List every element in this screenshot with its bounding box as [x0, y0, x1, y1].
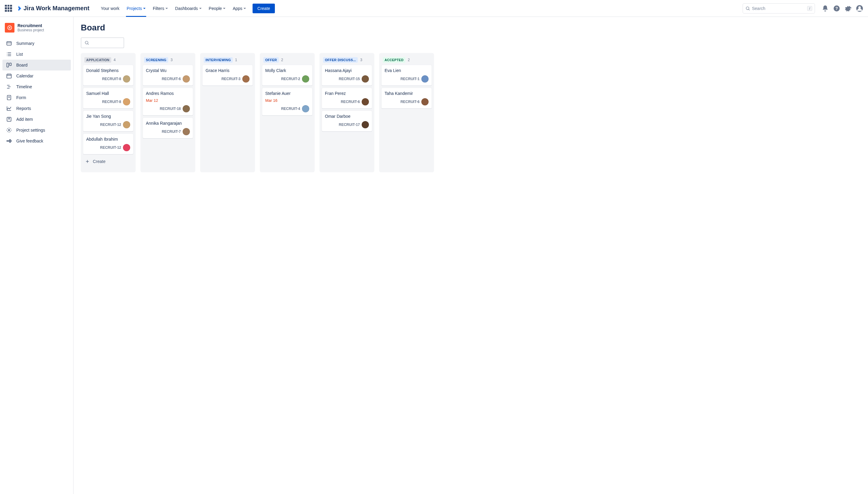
brand[interactable]: Jira Work Management [16, 5, 90, 12]
column-header[interactable]: OFFER DISCUSS...3 [322, 55, 372, 63]
avatar [242, 75, 250, 82]
avatar [183, 128, 190, 135]
card[interactable]: Stefanie AuerMar 16RECRUIT-4 [262, 88, 312, 115]
create-button[interactable]: Create [253, 4, 275, 13]
card-title: Donald Stephens [86, 68, 130, 73]
card-title: Eva Lien [385, 68, 429, 73]
card-title: Andres Ramos [146, 91, 190, 96]
column-header[interactable]: ACCEPTED2 [382, 55, 431, 63]
profile-icon[interactable] [856, 5, 863, 12]
search-icon [745, 6, 750, 11]
sidebar-item-label: Project settings [16, 128, 45, 133]
avatar [123, 75, 130, 82]
sidebar-item-project-settings[interactable]: Project settings [2, 125, 71, 136]
search-input[interactable] [752, 6, 805, 11]
svg-line-1 [749, 9, 750, 10]
card-key: RECRUIT-18 [160, 107, 181, 111]
search-input-wrap[interactable]: / [743, 3, 815, 14]
card-key: RECRUIT-8 [102, 100, 121, 104]
card-title: Hassana Ajayi [325, 68, 369, 73]
column-count: 2 [408, 58, 410, 62]
help-icon[interactable]: ? [833, 5, 840, 12]
card-title: Jie Yan Song [86, 114, 130, 119]
card-key: RECRUIT-3 [222, 77, 241, 81]
nav-your-work[interactable]: Your work [98, 0, 123, 17]
sidebar-item-label: Reports [16, 106, 31, 111]
card-title: Stefanie Auer [265, 91, 309, 96]
column-header[interactable]: INTERVIEWING1 [203, 55, 253, 63]
card[interactable]: Andres RamosMar 12RECRUIT-18 [143, 88, 193, 115]
sidebar-item-summary[interactable]: Summary [2, 38, 71, 49]
jira-logo-icon [16, 5, 22, 12]
gear-icon[interactable] [845, 5, 852, 12]
sidebar-item-label: Summary [16, 41, 34, 46]
avatar [123, 121, 130, 128]
card[interactable]: Donald StephensRECRUIT-8 [83, 65, 133, 86]
card[interactable]: Molly ClarkRECRUIT-2 [262, 65, 312, 86]
column-header[interactable]: APPLICATION4 [83, 55, 133, 63]
card-key: RECRUIT-1 [401, 77, 420, 81]
sidebar-item-add-item[interactable]: Add item [2, 114, 71, 125]
card-title: Omar Darboe [325, 114, 369, 119]
create-card-button[interactable]: Create [83, 157, 133, 166]
board-search[interactable] [81, 37, 124, 48]
column-name: OFFER DISCUSS... [323, 57, 358, 63]
top-nav: Jira Work Management Your work Projects … [0, 0, 868, 17]
card[interactable]: Samuel HallRECRUIT-8 [83, 88, 133, 109]
sidebar-item-calendar[interactable]: Calendar [2, 71, 71, 81]
avatar [362, 75, 369, 82]
card[interactable]: Fran PerezRECRUIT-6 [322, 88, 372, 109]
chevron-down-icon [243, 8, 246, 9]
give-feedback-icon [6, 138, 12, 144]
svg-line-33 [88, 44, 89, 44]
svg-rect-16 [10, 63, 12, 65]
reports-icon [6, 106, 12, 111]
nav-people[interactable]: People [206, 0, 229, 17]
card[interactable]: Annika RangarajanRECRUIT-7 [143, 118, 193, 138]
card[interactable]: Omar DarboeRECRUIT-17 [322, 111, 372, 131]
card-key: RECRUIT-4 [281, 107, 300, 111]
sidebar-item-form[interactable]: Form [2, 92, 71, 103]
bell-icon[interactable] [821, 5, 829, 12]
sidebar: Recruitment Business project SummaryList… [0, 17, 74, 494]
card[interactable]: Abdullah IbrahimRECRUIT-12 [83, 134, 133, 154]
column-name: INTERVIEWING [204, 57, 233, 63]
sidebar-item-label: Form [16, 95, 26, 100]
add-item-icon [6, 116, 12, 122]
sidebar-item-reports[interactable]: Reports [2, 103, 71, 114]
card[interactable]: Jie Yan SongRECRUIT-12 [83, 111, 133, 131]
sidebar-item-board[interactable]: Board [2, 60, 71, 71]
card[interactable]: Taha KandemirRECRUIT-6 [382, 88, 431, 109]
card-key: RECRUIT-6 [162, 77, 181, 81]
svg-point-12 [7, 52, 7, 53]
chevron-down-icon [143, 8, 146, 9]
column-offer: OFFER2Molly ClarkRECRUIT-2Stefanie AuerM… [260, 53, 315, 172]
column-header[interactable]: SCREENING3 [143, 55, 193, 63]
sidebar-item-give-feedback[interactable]: Give feedback [2, 136, 71, 146]
card[interactable]: Grace HarrisRECRUIT-3 [203, 65, 253, 86]
nav-dashboards[interactable]: Dashboards [172, 0, 205, 17]
project-header[interactable]: Recruitment Business project [2, 22, 71, 38]
card[interactable]: Eva LienRECRUIT-1 [382, 65, 431, 86]
column-header[interactable]: OFFER2 [262, 55, 312, 63]
main-content: Board APPLICATION4Donald StephensRECRUIT… [74, 17, 868, 494]
avatar [421, 98, 429, 106]
card-date: Mar 16 [265, 98, 309, 103]
card[interactable]: Hassana AjayiRECRUIT-15 [322, 65, 372, 86]
nav-projects[interactable]: Projects [124, 0, 149, 17]
board: APPLICATION4Donald StephensRECRUIT-8Samu… [81, 53, 861, 172]
sidebar-item-label: Calendar [16, 74, 34, 78]
nav-apps[interactable]: Apps [230, 0, 249, 17]
nav-filters[interactable]: Filters [150, 0, 171, 17]
sidebar-item-list[interactable]: List [2, 49, 71, 60]
column-count: 2 [281, 58, 283, 62]
timeline-icon [6, 84, 12, 90]
column-count: 3 [171, 58, 173, 62]
plus-icon [85, 159, 90, 164]
project-icon [5, 23, 15, 33]
column-interviewing: INTERVIEWING1Grace HarrisRECRUIT-3 [200, 53, 255, 172]
avatar [183, 105, 190, 112]
sidebar-item-timeline[interactable]: Timeline [2, 81, 71, 92]
card[interactable]: Crystal WuRECRUIT-6 [143, 65, 193, 86]
app-switcher-icon[interactable] [5, 5, 12, 12]
